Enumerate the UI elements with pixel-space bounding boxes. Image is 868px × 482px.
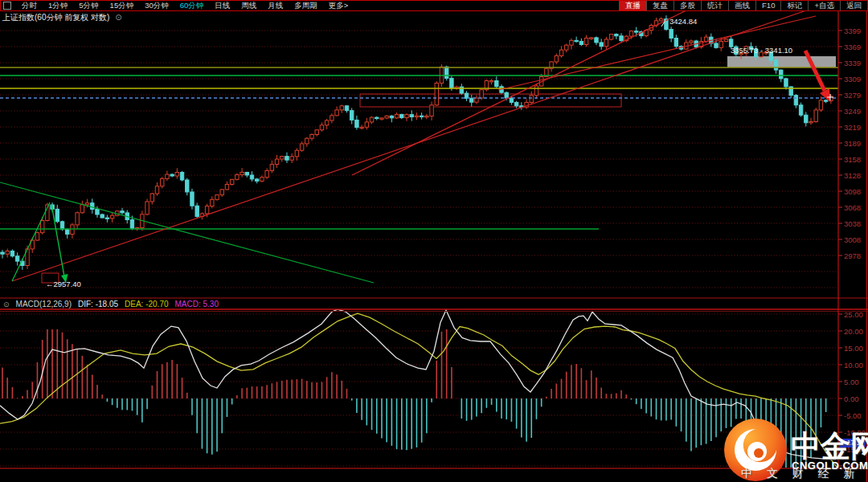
period-tab-7[interactable]: 周线 <box>235 1 262 10</box>
indicator-gear-icon[interactable]: ⊙ <box>3 300 10 308</box>
menu-mark[interactable]: 标记 <box>780 1 808 10</box>
svg-text:-20.00: -20.00 <box>844 462 866 471</box>
svg-text:10.00: 10.00 <box>844 361 863 370</box>
price-axis: 3399336933393309327932493219318931583128… <box>838 27 861 260</box>
svg-text:3068: 3068 <box>844 203 861 212</box>
price-annotations: 3424.843355.73 - 3341.10←2957.40 <box>46 17 792 288</box>
settings-gear-icon[interactable]: ⊙ <box>115 13 121 22</box>
period-tab-8[interactable]: 月线 <box>262 1 289 10</box>
right-menu: 直播复盘多股统计画线F10标记+自选返回 <box>619 1 867 10</box>
period-tabs: 分时1分钟5分钟15分钟30分钟60分钟日线周线月线多周期更多> <box>1 1 354 10</box>
macd-params-label[interactable]: MACD(12,26,9) <box>16 300 72 308</box>
period-tab-3[interactable]: 15分钟 <box>104 1 140 10</box>
menu-add-watchlist[interactable]: +自选 <box>808 1 840 10</box>
menu-multi-stock[interactable]: 多股 <box>674 1 701 10</box>
svg-text:3038: 3038 <box>844 219 861 228</box>
trading-app-window: 3399336933393309327932493219318931583128… <box>0 0 868 482</box>
menu-f10[interactable]: F10 <box>755 1 780 10</box>
annotation-zone: 3355.73 - 3341.10 <box>731 46 792 55</box>
symbol-title-row: 上证指数(60分钟 前复权 对数) ⊙ <box>2 12 122 23</box>
top-toolbar: 分时1分钟5分钟15分钟30分钟60分钟日线周线月线多周期更多> 直播复盘多股统… <box>0 0 868 11</box>
annotation-low: ←2957.40 <box>46 280 81 288</box>
horizontal-lines <box>0 67 838 229</box>
menu-back[interactable]: 返回 <box>840 1 867 10</box>
annotation-peak: 3424.84 <box>669 17 697 26</box>
menu-live[interactable]: 直播 <box>619 1 646 10</box>
window-icon[interactable] <box>3 2 11 10</box>
gray-resistance-zone <box>727 56 836 67</box>
period-tab-2[interactable]: 5分钟 <box>73 1 104 10</box>
chart-canvas[interactable]: 3399336933393309327932493219318931583128… <box>0 0 868 482</box>
dea-line <box>0 313 838 468</box>
svg-text:3399: 3399 <box>844 27 861 35</box>
period-tab-0[interactable]: 分时 <box>16 1 43 10</box>
svg-text:3098: 3098 <box>844 187 861 196</box>
macd-value: MACD: 5.30 <box>175 300 219 308</box>
svg-text:3279: 3279 <box>844 91 861 100</box>
symbol-title: 上证指数(60分钟 前复权 对数) <box>2 13 109 22</box>
macd-gridlines <box>0 314 838 466</box>
svg-text:-5.00: -5.00 <box>844 411 862 420</box>
macd-indicator-row: ⊙ MACD(12,26,9) DIF: -18.05 DEA: -20.70 … <box>3 300 219 308</box>
svg-text:3128: 3128 <box>844 171 861 180</box>
dea-value: DEA: -20.70 <box>125 300 168 308</box>
dif-value: DIF: -18.05 <box>78 300 118 308</box>
period-tab-4[interactable]: 30分钟 <box>139 1 174 10</box>
svg-text:15.00: 15.00 <box>844 344 863 353</box>
menu-replay[interactable]: 复盘 <box>646 1 674 10</box>
price-gridlines <box>0 31 838 288</box>
svg-text:3339: 3339 <box>844 59 861 67</box>
period-tab-1[interactable]: 1分钟 <box>43 1 73 10</box>
period-tab-9[interactable]: 多周期 <box>289 1 323 10</box>
period-tab-10[interactable]: 更多> <box>323 1 354 10</box>
svg-text:3008: 3008 <box>844 235 861 244</box>
svg-text:5.00: 5.00 <box>844 378 859 386</box>
axis-value-badge: -17.1 <box>839 439 866 447</box>
svg-text:0.00: 0.00 <box>844 394 859 403</box>
svg-text:3158: 3158 <box>844 155 861 164</box>
svg-text:3189: 3189 <box>844 139 861 148</box>
svg-text:3219: 3219 <box>844 123 861 132</box>
menu-draw-line[interactable]: 画线 <box>728 1 755 10</box>
svg-text:-10.00: -10.00 <box>844 428 866 437</box>
period-tab-6[interactable]: 日线 <box>209 1 235 10</box>
svg-text:3309: 3309 <box>844 75 861 84</box>
period-tab-5[interactable]: 60分钟 <box>174 1 210 10</box>
svg-text:3249: 3249 <box>844 107 861 116</box>
svg-text:2978: 2978 <box>844 251 861 260</box>
svg-text:20.00: 20.00 <box>844 327 863 336</box>
svg-text:3369: 3369 <box>844 43 861 51</box>
menu-stats[interactable]: 统计 <box>701 1 728 10</box>
dif-line <box>0 309 836 460</box>
